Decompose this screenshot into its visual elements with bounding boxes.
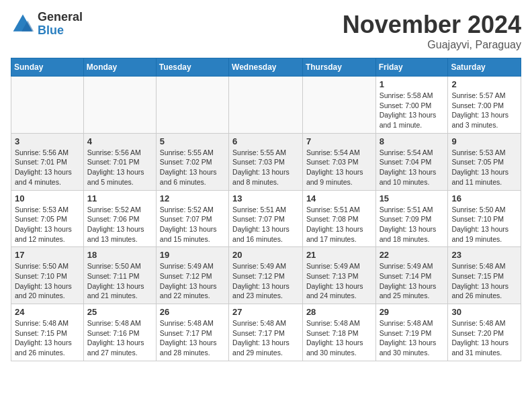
day-cell: 12Sunrise: 5:52 AMSunset: 7:07 PMDayligh… <box>156 190 228 247</box>
day-number: 21 <box>306 250 372 260</box>
day-number: 28 <box>306 307 372 317</box>
day-number: 25 <box>87 307 152 317</box>
header-cell-friday: Friday <box>375 58 448 77</box>
day-info: Sunrise: 5:52 AMSunset: 7:06 PMDaylight:… <box>87 205 152 244</box>
day-cell: 1Sunrise: 5:58 AMSunset: 7:00 PMDaylight… <box>375 77 448 134</box>
day-info: Sunrise: 5:56 AMSunset: 7:01 PMDaylight:… <box>87 148 152 187</box>
day-number: 9 <box>451 136 517 146</box>
day-number: 15 <box>380 193 445 203</box>
day-number: 6 <box>232 136 299 146</box>
logo-blue-text: Blue <box>38 24 83 38</box>
day-cell: 10Sunrise: 5:53 AMSunset: 7:05 PMDayligh… <box>11 190 84 247</box>
day-number: 27 <box>232 307 299 317</box>
day-info: Sunrise: 5:50 AMSunset: 7:11 PMDaylight:… <box>87 261 152 301</box>
day-cell <box>83 77 156 134</box>
day-number: 2 <box>451 79 517 89</box>
week-row-1: 1Sunrise: 5:58 AMSunset: 7:00 PMDaylight… <box>11 77 521 134</box>
day-number: 29 <box>380 307 445 317</box>
day-info: Sunrise: 5:49 AMSunset: 7:13 PMDaylight:… <box>306 261 372 301</box>
day-number: 10 <box>15 193 80 203</box>
day-cell: 17Sunrise: 5:50 AMSunset: 7:10 PMDayligh… <box>11 247 84 304</box>
day-cell: 19Sunrise: 5:49 AMSunset: 7:12 PMDayligh… <box>156 247 228 304</box>
day-number: 3 <box>15 136 80 146</box>
day-info: Sunrise: 5:50 AMSunset: 7:10 PMDaylight:… <box>451 205 517 244</box>
day-info: Sunrise: 5:48 AMSunset: 7:16 PMDaylight:… <box>87 318 152 358</box>
day-cell: 13Sunrise: 5:51 AMSunset: 7:07 PMDayligh… <box>229 190 303 247</box>
month-title: November 2024 <box>343 11 521 39</box>
day-info: Sunrise: 5:54 AMSunset: 7:04 PMDaylight:… <box>380 148 445 187</box>
day-info: Sunrise: 5:49 AMSunset: 7:12 PMDaylight:… <box>232 261 299 301</box>
day-info: Sunrise: 5:55 AMSunset: 7:03 PMDaylight:… <box>232 148 299 187</box>
day-info: Sunrise: 5:52 AMSunset: 7:07 PMDaylight:… <box>160 205 225 244</box>
day-cell: 16Sunrise: 5:50 AMSunset: 7:10 PMDayligh… <box>448 190 521 247</box>
day-cell <box>229 77 303 134</box>
week-row-2: 3Sunrise: 5:56 AMSunset: 7:01 PMDaylight… <box>11 133 521 190</box>
logo: General Blue <box>11 11 83 38</box>
day-cell: 21Sunrise: 5:49 AMSunset: 7:13 PMDayligh… <box>302 247 375 304</box>
header-cell-tuesday: Tuesday <box>156 58 228 77</box>
day-number: 7 <box>306 136 372 146</box>
day-number: 23 <box>451 250 517 260</box>
day-cell: 20Sunrise: 5:49 AMSunset: 7:12 PMDayligh… <box>229 247 303 304</box>
day-number: 20 <box>232 250 299 260</box>
header-cell-wednesday: Wednesday <box>229 58 303 77</box>
day-cell: 22Sunrise: 5:49 AMSunset: 7:14 PMDayligh… <box>375 247 448 304</box>
day-info: Sunrise: 5:49 AMSunset: 7:12 PMDaylight:… <box>160 261 225 301</box>
day-cell: 18Sunrise: 5:50 AMSunset: 7:11 PMDayligh… <box>83 247 156 304</box>
day-number: 11 <box>87 193 152 203</box>
day-info: Sunrise: 5:48 AMSunset: 7:15 PMDaylight:… <box>15 318 80 358</box>
header-row: SundayMondayTuesdayWednesdayThursdayFrid… <box>11 58 521 77</box>
day-info: Sunrise: 5:51 AMSunset: 7:07 PMDaylight:… <box>232 205 299 244</box>
day-info: Sunrise: 5:53 AMSunset: 7:05 PMDaylight:… <box>451 148 517 187</box>
day-cell: 23Sunrise: 5:48 AMSunset: 7:15 PMDayligh… <box>448 247 521 304</box>
week-row-4: 17Sunrise: 5:50 AMSunset: 7:10 PMDayligh… <box>11 247 521 304</box>
day-number: 22 <box>380 250 445 260</box>
header-cell-monday: Monday <box>83 58 156 77</box>
day-info: Sunrise: 5:48 AMSunset: 7:17 PMDaylight:… <box>232 318 299 358</box>
calendar-header: SundayMondayTuesdayWednesdayThursdayFrid… <box>11 58 521 77</box>
logo-general-text: General <box>38 11 83 24</box>
subtitle: Guajayvi, Paraguay <box>343 39 521 51</box>
day-cell: 24Sunrise: 5:48 AMSunset: 7:15 PMDayligh… <box>11 304 84 361</box>
day-cell <box>11 77 84 134</box>
day-number: 16 <box>451 193 517 203</box>
day-cell: 7Sunrise: 5:54 AMSunset: 7:03 PMDaylight… <box>302 133 375 190</box>
day-cell: 4Sunrise: 5:56 AMSunset: 7:01 PMDaylight… <box>83 133 156 190</box>
day-info: Sunrise: 5:48 AMSunset: 7:17 PMDaylight:… <box>160 318 225 358</box>
day-cell: 2Sunrise: 5:57 AMSunset: 7:00 PMDaylight… <box>448 77 521 134</box>
day-cell: 8Sunrise: 5:54 AMSunset: 7:04 PMDaylight… <box>375 133 448 190</box>
calendar-body: 1Sunrise: 5:58 AMSunset: 7:00 PMDaylight… <box>11 77 521 361</box>
day-number: 4 <box>87 136 152 146</box>
day-cell <box>302 77 375 134</box>
day-info: Sunrise: 5:51 AMSunset: 7:08 PMDaylight:… <box>306 205 372 244</box>
day-cell: 30Sunrise: 5:48 AMSunset: 7:20 PMDayligh… <box>448 304 521 361</box>
day-info: Sunrise: 5:48 AMSunset: 7:20 PMDaylight:… <box>451 318 517 358</box>
day-number: 13 <box>232 193 299 203</box>
title-area: November 2024 Guajayvi, Paraguay <box>343 11 521 51</box>
day-number: 30 <box>451 307 517 317</box>
day-info: Sunrise: 5:55 AMSunset: 7:02 PMDaylight:… <box>160 148 225 187</box>
day-info: Sunrise: 5:53 AMSunset: 7:05 PMDaylight:… <box>15 205 80 244</box>
day-cell <box>156 77 228 134</box>
day-number: 1 <box>380 79 445 89</box>
week-row-5: 24Sunrise: 5:48 AMSunset: 7:15 PMDayligh… <box>11 304 521 361</box>
day-cell: 9Sunrise: 5:53 AMSunset: 7:05 PMDaylight… <box>448 133 521 190</box>
day-number: 8 <box>380 136 445 146</box>
header: General Blue November 2024 Guajayvi, Par… <box>11 11 521 51</box>
header-cell-saturday: Saturday <box>448 58 521 77</box>
day-number: 17 <box>15 250 80 260</box>
day-info: Sunrise: 5:48 AMSunset: 7:19 PMDaylight:… <box>380 318 445 358</box>
day-cell: 15Sunrise: 5:51 AMSunset: 7:09 PMDayligh… <box>375 190 448 247</box>
day-info: Sunrise: 5:48 AMSunset: 7:15 PMDaylight:… <box>451 261 517 301</box>
day-number: 5 <box>160 136 225 146</box>
day-info: Sunrise: 5:54 AMSunset: 7:03 PMDaylight:… <box>306 148 372 187</box>
day-number: 14 <box>306 193 372 203</box>
day-cell: 14Sunrise: 5:51 AMSunset: 7:08 PMDayligh… <box>302 190 375 247</box>
logo-icon <box>11 12 35 36</box>
day-number: 19 <box>160 250 225 260</box>
header-cell-thursday: Thursday <box>302 58 375 77</box>
day-info: Sunrise: 5:56 AMSunset: 7:01 PMDaylight:… <box>15 148 80 187</box>
day-cell: 6Sunrise: 5:55 AMSunset: 7:03 PMDaylight… <box>229 133 303 190</box>
day-cell: 28Sunrise: 5:48 AMSunset: 7:18 PMDayligh… <box>302 304 375 361</box>
day-number: 12 <box>160 193 225 203</box>
